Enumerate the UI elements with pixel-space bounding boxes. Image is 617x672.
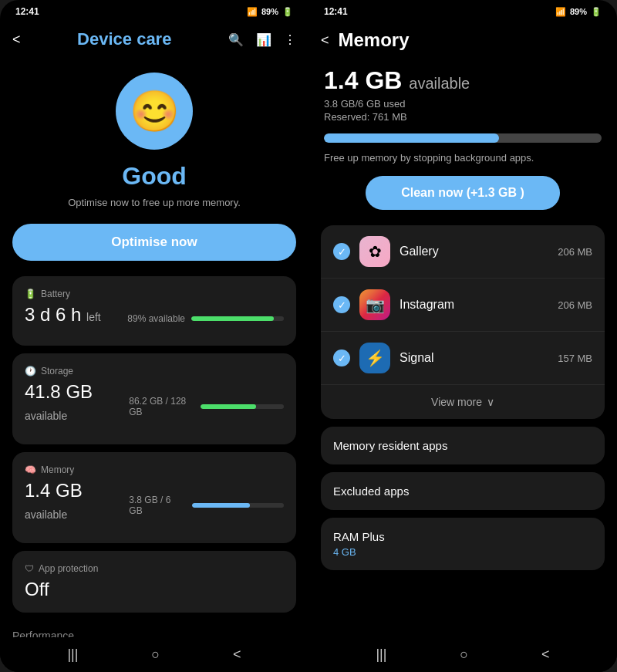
storage-row: 41.8 GB available 86.2 GB / 128 GB (25, 381, 284, 432)
memory-used: 3.8 GB/6 GB used (324, 98, 602, 110)
search-icon-left[interactable]: 🔍 (228, 32, 244, 47)
memory-progress-bar (324, 133, 602, 143)
instagram-size: 206 MB (558, 299, 592, 311)
app-row-instagram: ✓ 📷 Instagram 206 MB (321, 279, 605, 332)
memory-title: Memory (339, 29, 410, 51)
nav-back-right[interactable]: < (541, 647, 550, 663)
performance-label: Performance (12, 620, 296, 637)
ram-plus-label: RAM Plus (333, 530, 592, 543)
time-right: 12:41 (324, 6, 348, 17)
memory-sub: 3.8 GB / 6 GB (129, 495, 186, 516)
back-button-left[interactable]: < (12, 32, 21, 48)
memory-icon: 🧠 (25, 464, 36, 475)
nav-menu-left[interactable]: ||| (67, 647, 78, 663)
good-status-text: Good (12, 162, 296, 191)
wifi-icon-left: 📶 (247, 7, 258, 17)
smiley-icon: 😊 (116, 73, 193, 150)
memory-progress (192, 503, 284, 508)
battery-icon-left: 🔋 (282, 7, 293, 17)
battery-sub: 89% available (127, 313, 185, 324)
back-button-right[interactable]: < (321, 32, 329, 49)
view-more-label: View more (431, 396, 482, 408)
nav-home-right[interactable]: ○ (460, 647, 468, 663)
memory-resident-label: Memory resident apps (333, 439, 447, 452)
memory-free-hint: Free up memory by stopping background ap… (324, 152, 602, 164)
ram-plus-sub: 4 GB (333, 546, 592, 558)
instagram-icon: 📷 (359, 289, 390, 320)
memory-header: < Memory (321, 20, 605, 66)
storage-value: 41.8 GB available (25, 381, 129, 424)
device-care-header: < Device care 🔍 📊 ⋮ (12, 20, 296, 65)
app-protection-value: Off (25, 579, 284, 600)
memory-card: 🧠 Memory 1.4 GB available 3.8 GB / 6 GB (12, 452, 296, 543)
storage-progress (201, 404, 284, 409)
chevron-down-icon: ∨ (487, 396, 494, 408)
gallery-icon: ✿ (359, 236, 390, 267)
optimize-hint: Optimise now to free up more memory. (12, 197, 296, 208)
storage-icon: 🕐 (25, 366, 36, 377)
gallery-name: Gallery (400, 245, 548, 258)
time-left: 12:41 (15, 6, 39, 17)
instagram-check[interactable]: ✓ (333, 296, 350, 313)
header-icons-left: 🔍 📊 ⋮ (228, 32, 296, 47)
storage-card: 🕐 Storage 41.8 GB available 86.2 GB / 12… (12, 353, 296, 444)
nav-bar-left: ||| ○ < (0, 637, 308, 672)
battery-row: 3 d 6 h left 89% available (25, 304, 284, 333)
shield-icon: 🛡 (25, 563, 34, 574)
signal-size: 157 MB (558, 353, 592, 364)
excluded-apps-card[interactable]: Excluded apps (321, 472, 605, 510)
gallery-check[interactable]: ✓ (333, 243, 350, 260)
smiley-container: 😊 (12, 73, 296, 150)
instagram-name: Instagram (400, 298, 548, 312)
optimise-now-button[interactable]: Optimise now (12, 224, 296, 261)
nav-back-left[interactable]: < (233, 647, 241, 663)
battery-icon-right: 🔋 (591, 7, 602, 17)
signal-name: Signal (400, 351, 548, 365)
app-list-card: ✓ ✿ Gallery 206 MB ✓ 📷 Instagram 206 MB … (321, 225, 605, 419)
battery-value: 3 d 6 h left (25, 304, 101, 326)
view-more-row[interactable]: View more ∨ (321, 385, 605, 419)
signal-check[interactable]: ✓ (333, 350, 350, 366)
memory-resident-card[interactable]: Memory resident apps (321, 427, 605, 464)
app-row-gallery: ✓ ✿ Gallery 206 MB (321, 225, 605, 279)
status-bar-right: 12:41 📶 89% 🔋 (308, 0, 617, 20)
signal-icon-app: ⚡ (359, 343, 390, 373)
battery-icon: 🔋 (25, 289, 36, 299)
storage-sub: 86.2 GB / 128 GB (129, 396, 194, 417)
memory-value: 1.4 GB available (25, 480, 129, 523)
nav-menu-right[interactable]: ||| (376, 647, 386, 663)
memory-label: 🧠 Memory (25, 464, 284, 475)
nav-home-left[interactable]: ○ (151, 647, 160, 663)
wifi-icon-right: 📶 (555, 7, 566, 17)
device-care-content: < Device care 🔍 📊 ⋮ 😊 Good Optimise now … (0, 20, 308, 637)
battery-label: 🔋 Battery (25, 289, 284, 299)
app-protection-card: 🛡 App protection Off (12, 551, 296, 613)
left-phone: 12:41 📶 89% 🔋 < Device care 🔍 📊 ⋮ 😊 Good… (0, 0, 308, 672)
storage-label: 🕐 Storage (25, 366, 284, 377)
memory-available-section: 1.4 GB available 3.8 GB/6 GB used Reserv… (321, 66, 605, 210)
memory-available-value: 1.4 GB available (324, 66, 602, 95)
memory-content: < Memory 1.4 GB available 3.8 GB/6 GB us… (308, 20, 617, 637)
battery-card: 🔋 Battery 3 d 6 h left 89% available (12, 276, 296, 346)
excluded-apps-label: Excluded apps (333, 485, 409, 498)
battery-text-left: 89% (261, 7, 278, 16)
clean-now-button[interactable]: Clean now (+1.3 GB ) (366, 176, 560, 210)
ram-plus-card[interactable]: RAM Plus 4 GB (321, 518, 605, 570)
more-icon-left[interactable]: ⋮ (284, 32, 296, 47)
page-title-left: Device care (77, 29, 171, 49)
status-bar-left: 12:41 📶 89% 🔋 (0, 0, 308, 20)
nav-bar-right: ||| ○ < (308, 637, 617, 672)
bar-icon-left[interactable]: 📊 (256, 32, 271, 47)
battery-text-right: 89% (570, 7, 587, 16)
app-protection-label: 🛡 App protection (25, 563, 284, 574)
memory-row: 1.4 GB available 3.8 GB / 6 GB (25, 480, 284, 531)
memory-reserved: Reserved: 761 MB (324, 111, 602, 123)
battery-progress (191, 316, 284, 321)
app-row-signal: ✓ ⚡ Signal 157 MB (321, 332, 605, 385)
gallery-size: 206 MB (558, 246, 592, 258)
right-phone: 12:41 📶 89% 🔋 < Memory 1.4 GB available … (308, 0, 617, 672)
